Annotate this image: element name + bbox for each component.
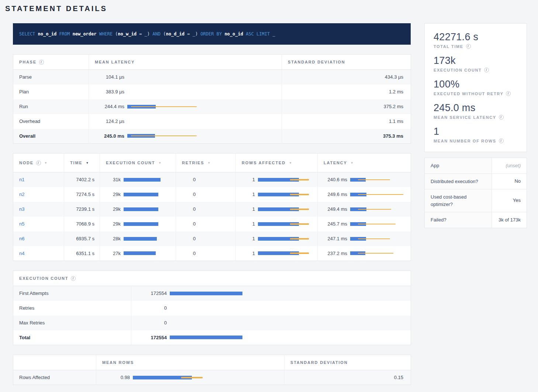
summary-stat: 42271.6 sTOTAL TIMEi (434, 31, 518, 49)
table-row: Run244.4 ms375.2 ms (13, 99, 411, 114)
stat-label-text: EXECUTION COUNT (434, 68, 482, 72)
info-icon[interactable]: i (71, 276, 76, 281)
table-row: n37239.1 s29k01249.4 ms (13, 202, 411, 217)
sql-token: no_o_id (224, 31, 246, 37)
info-icon[interactable]: i (506, 91, 511, 96)
stddev-bar (358, 253, 393, 254)
bar-chart (124, 192, 175, 197)
info-icon[interactable]: i (499, 138, 504, 143)
column-label: NODE (19, 161, 34, 165)
execution-count-cell: 29k (100, 217, 176, 231)
execution-count-value: 29k (106, 221, 121, 227)
summary-stats-card: 42271.6 sTOTAL TIMEi173kEXECUTION COUNTi… (424, 23, 527, 152)
sort-desc-icon[interactable]: ▼ (289, 161, 293, 165)
summary-stat: 245.0 msMEAN SERVICE LATENCYi (434, 102, 518, 120)
sql-token: ( (163, 31, 166, 37)
stat-label-text: MEAN NUMBER OF ROWS (434, 139, 496, 143)
stddev-bar (181, 377, 202, 378)
info-icon[interactable]: i (36, 161, 41, 165)
column-header-content: EXECUTION COUNT▼ (106, 161, 170, 165)
sidebar-column: 42271.6 sTOTAL TIMEi173kEXECUTION COUNTi… (424, 23, 527, 228)
exec-row-value-cell: 0 (131, 316, 411, 330)
bar-chart (258, 222, 313, 226)
table-row: Overhead124.2 µs1.1 ms (13, 114, 411, 129)
bar-chart (258, 251, 313, 255)
column-header-retries[interactable]: RETRIES▼ (176, 154, 236, 172)
sql-token: AND (152, 31, 163, 37)
retries-value: 0 (176, 187, 236, 202)
table-header-row: NODEi▼TIME▼EXECUTION COUNT▼RETRIES▼ROWS … (13, 154, 411, 172)
column-header-rows-affected[interactable]: ROWS AFFECTED▼ (236, 154, 318, 172)
stddev-bar (131, 135, 197, 136)
info-icon[interactable]: i (39, 60, 44, 65)
phase-name-cell: Overhead (13, 114, 89, 129)
node-link[interactable]: n6 (19, 236, 24, 241)
stat-value: 173k (434, 55, 518, 66)
table-row: n27274.5 s29k01249.6 ms (13, 187, 411, 202)
rows-affected-value: 1 (242, 221, 255, 227)
stddev-value: 375.3 ms (282, 129, 411, 144)
info-icon[interactable]: i (499, 115, 504, 120)
rows-affected-cell: 1 (236, 187, 318, 202)
bar-chart (350, 237, 406, 241)
exec-count-value: 172554 (137, 290, 167, 296)
sort-desc-icon[interactable]: ▼ (158, 161, 162, 165)
table-row: Overall245.0 ms375.3 ms (13, 129, 411, 144)
node-cell: n1 (13, 172, 64, 187)
info-icon[interactable]: i (484, 68, 489, 72)
stddev-bar (290, 209, 309, 210)
stat-value: 42271.6 s (434, 31, 518, 43)
stddev-bar (131, 106, 197, 107)
value-with-bar: 247.1 ms (324, 236, 405, 241)
value-with-bar: 0 (137, 320, 405, 326)
sort-desc-icon[interactable]: ▼ (44, 161, 48, 165)
retries-value: 0 (176, 246, 236, 261)
bar-chart (350, 251, 406, 255)
stddev-bar (290, 252, 309, 254)
stat-label: TOTAL TIMEi (434, 44, 518, 49)
info-icon[interactable]: i (466, 44, 471, 49)
table-row: Plan383.9 µs1.2 ms (13, 85, 411, 99)
rows-affected-value: 1 (242, 177, 255, 182)
detail-row: App(unset) (425, 158, 527, 174)
node-link[interactable]: n3 (19, 206, 24, 212)
mean-latency-value: 244.4 ms (95, 104, 124, 109)
column-header-content: LATENCY▼ (324, 161, 405, 165)
node-link[interactable]: n4 (19, 251, 24, 256)
column-header-time[interactable]: TIME▼ (64, 154, 100, 172)
value-with-bar: 249.6 ms (324, 192, 405, 197)
sort-desc-icon[interactable]: ▼ (207, 161, 211, 165)
execution-count-cell: 29k (100, 187, 176, 202)
sort-desc-icon[interactable]: ▼ (351, 161, 354, 165)
stddev-value: 375.2 ms (282, 99, 411, 114)
value-with-bar: 1 (242, 206, 311, 212)
value-with-bar: 245.7 ms (324, 221, 405, 227)
mean-rows-value: 0.98 (102, 375, 130, 380)
column-header-node[interactable]: NODEi▼ (13, 154, 64, 172)
mean-rows-column-header: MEAN ROWS (96, 355, 284, 370)
mean-bar (124, 207, 158, 211)
exec-row-value-cell: 0 (131, 301, 411, 316)
empty-column-header (13, 355, 96, 370)
latency-cell: 247.1 ms (318, 231, 411, 246)
sql-token: new_order (73, 31, 99, 37)
column-header-execution-count[interactable]: EXECUTION COUNT▼ (100, 154, 176, 172)
detail-value: 3k of 173k (492, 212, 527, 228)
value-with-bar: 29k (106, 192, 170, 197)
summary-stat: 1MEAN NUMBER OF ROWSi (434, 126, 518, 143)
sql-token: ORDER BY (200, 31, 224, 37)
node-link[interactable]: n1 (19, 177, 24, 182)
column-header-latency[interactable]: LATENCY▼ (318, 154, 411, 172)
summary-stat: 100%EXECUTED WITHOUT RETRYi (434, 79, 518, 96)
rows-affected-cell: 1 (236, 231, 318, 246)
retries-value: 0 (176, 202, 236, 217)
node-link[interactable]: n2 (19, 192, 24, 197)
node-link[interactable]: n5 (19, 221, 24, 227)
mean-latency-cell: 383.9 µs (89, 85, 282, 99)
sort-desc-icon[interactable]: ▼ (86, 161, 89, 165)
sql-token: _ (272, 31, 275, 37)
column-label: ROWS AFFECTED (242, 161, 286, 165)
detail-row: Used cost-based optimizer?Yes (425, 189, 527, 212)
stat-label-text: TOTAL TIME (434, 44, 463, 49)
table-row: n66935.7 s28k01247.1 ms (13, 231, 411, 246)
